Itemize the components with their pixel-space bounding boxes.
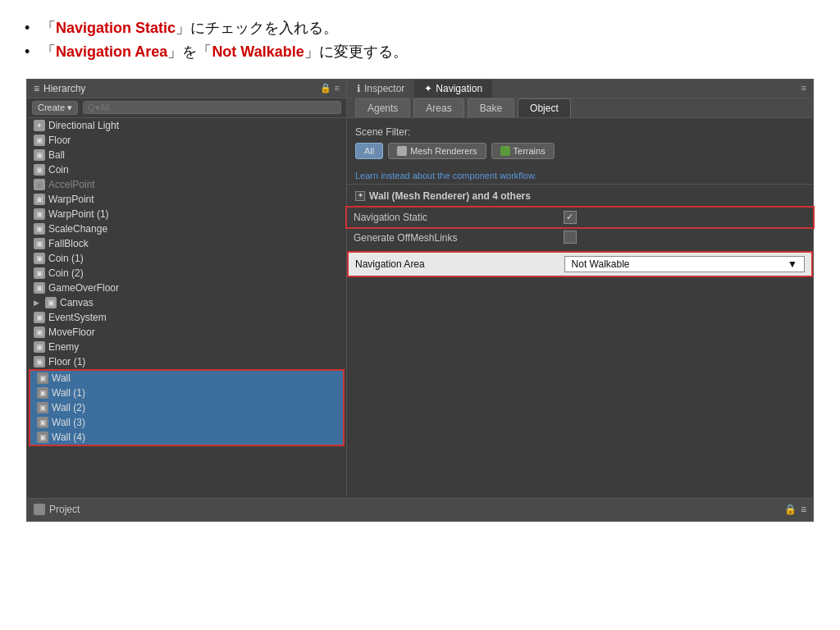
directional-light-label: Directional Light bbox=[48, 120, 119, 131]
right-panel-header: ℹ Inspector ✦ Navigation ≡ bbox=[347, 80, 813, 98]
create-bar: Create ▾ bbox=[27, 98, 346, 118]
mesh-filter-label: Mesh Renderers bbox=[410, 146, 477, 156]
nav-tab-bake[interactable]: Bake bbox=[468, 98, 514, 117]
nav-area-dropdown-arrow: ▼ bbox=[788, 258, 797, 270]
coin-label: Coin bbox=[48, 164, 69, 176]
info-icon: ℹ bbox=[357, 83, 361, 94]
inspector-tab[interactable]: ℹ Inspector bbox=[347, 80, 414, 98]
movefloor-label: MoveFloor bbox=[48, 326, 95, 338]
bottom-bar: Project 🔒 ≡ bbox=[27, 498, 813, 521]
navigation-tab-label: Navigation bbox=[436, 83, 482, 94]
nav-static-value[interactable]: ✓ bbox=[557, 208, 813, 227]
object-checkbox-icon: ✦ bbox=[355, 191, 365, 201]
generate-offmeshlinks-value[interactable] bbox=[557, 227, 813, 249]
bullet2-mid: 」を「 bbox=[167, 43, 212, 60]
right-panel: ℹ Inspector ✦ Navigation ≡ bbox=[347, 80, 813, 498]
filter-terrain-btn[interactable]: Terrains bbox=[491, 143, 555, 159]
hierarchy-title-container: ≡ Hierarchy bbox=[34, 83, 85, 94]
hierarchy-item-warppoint1[interactable]: ▣ WarpPoint (1) bbox=[27, 207, 346, 221]
generate-offmeshlinks-checkbox[interactable] bbox=[564, 231, 577, 244]
nav-tabs: Agents Areas Bake Object bbox=[347, 98, 813, 118]
project-label: Project bbox=[49, 504, 80, 515]
accelpoint-label: AccelPoint bbox=[48, 179, 95, 190]
properties-table: Navigation Static ✓ Generate OffMeshLink… bbox=[347, 208, 813, 249]
hierarchy-header: ≡ Hierarchy 🔒 ≡ bbox=[27, 80, 346, 98]
hierarchy-item-fallblock[interactable]: ▣ FallBlock bbox=[27, 236, 346, 251]
nav-icon: ✦ bbox=[424, 83, 432, 94]
warppoint1-label: WarpPoint (1) bbox=[48, 208, 109, 220]
hierarchy-item-wall3[interactable]: ▣ Wall (3) bbox=[30, 415, 343, 430]
hierarchy-item-coin2[interactable]: ▣ Coin (2) bbox=[27, 266, 346, 281]
bottom-bar-menu-icon: ≡ bbox=[801, 504, 806, 515]
nav-static-row: Navigation Static ✓ bbox=[347, 208, 813, 227]
hierarchy-item-directional-light[interactable]: ✦ Directional Light bbox=[27, 118, 346, 133]
hierarchy-search[interactable] bbox=[83, 101, 341, 114]
filter-buttons: All Mesh Renderers Terrains bbox=[355, 143, 805, 159]
hierarchy-panel: ≡ Hierarchy 🔒 ≡ Create ▾ ✦ Directional bbox=[27, 80, 347, 498]
hierarchy-item-wall1[interactable]: ▣ Wall (1) bbox=[30, 386, 343, 400]
object-section: ✦ Wall (Mesh Renderer) and 4 others bbox=[347, 184, 813, 208]
nav-static-label: Navigation Static bbox=[347, 208, 557, 227]
navigation-panel: Agents Areas Bake Object Scene Filter: A… bbox=[347, 98, 813, 498]
hierarchy-item-movefloor[interactable]: ▣ MoveFloor bbox=[27, 325, 346, 340]
object-title-text: Wall (Mesh Renderer) and 4 others bbox=[369, 190, 531, 202]
hierarchy-item-floor[interactable]: ▣ Floor bbox=[27, 133, 346, 148]
hierarchy-item-enemy[interactable]: ▣ Enemy bbox=[27, 340, 346, 354]
hierarchy-item-accelpoint[interactable]: ▣ AccelPoint bbox=[27, 177, 346, 192]
coin2-label: Coin (2) bbox=[48, 267, 84, 279]
bullet1-keyword: Navigation Static bbox=[56, 20, 176, 36]
eventsystem-label: EventSystem bbox=[48, 312, 107, 323]
filter-all-btn[interactable]: All bbox=[355, 143, 383, 159]
hierarchy-item-warppoint[interactable]: ▣ WarpPoint bbox=[27, 192, 346, 207]
hierarchy-item-wall4[interactable]: ▣ Wall (4) bbox=[30, 430, 343, 445]
terrain-filter-label: Terrains bbox=[514, 146, 546, 156]
nav-area-label: Navigation Area bbox=[355, 258, 558, 270]
wall-icon: ▣ bbox=[37, 372, 48, 384]
ball-label: Ball bbox=[48, 149, 65, 161]
warppoint-label: WarpPoint bbox=[48, 194, 94, 205]
hierarchy-item-canvas[interactable]: ▶ ▣ Canvas bbox=[27, 295, 346, 310]
lock-icon: 🔒 bbox=[320, 83, 331, 94]
hierarchy-item-gameoverfloor[interactable]: ▣ GameOverFloor bbox=[27, 281, 346, 295]
coin-icon: ▣ bbox=[34, 164, 45, 176]
hierarchy-item-wall[interactable]: ▣ Wall bbox=[30, 371, 343, 386]
hierarchy-title: Hierarchy bbox=[43, 83, 85, 94]
floor-label: Floor bbox=[48, 135, 71, 146]
hierarchy-item-wall2[interactable]: ▣ Wall (2) bbox=[30, 400, 343, 415]
wall3-icon: ▣ bbox=[37, 417, 48, 428]
learn-link[interactable]: Learn instead about the component workfl… bbox=[347, 167, 813, 184]
hierarchy-icon: ≡ bbox=[34, 83, 39, 94]
filter-mesh-btn[interactable]: Mesh Renderers bbox=[388, 143, 486, 159]
hierarchy-item-floor1[interactable]: ▣ Floor (1) bbox=[27, 354, 346, 369]
wall1-label: Wall (1) bbox=[52, 387, 85, 399]
warppoint-icon: ▣ bbox=[34, 194, 45, 205]
nav-tab-areas[interactable]: Areas bbox=[413, 98, 463, 117]
bullet-item-1: 「Navigation Static」にチェックを入れる。 bbox=[25, 16, 815, 40]
nav-area-value: Not Walkable bbox=[572, 258, 630, 270]
wall2-label: Wall (2) bbox=[52, 402, 85, 413]
gameoverfloor-icon: ▣ bbox=[34, 282, 45, 294]
nav-area-dropdown[interactable]: Not Walkable ▼ bbox=[564, 256, 805, 272]
mesh-renderer-icon bbox=[397, 146, 407, 156]
wall4-label: Wall (4) bbox=[52, 431, 85, 443]
bullet1-prefix: 「 bbox=[41, 20, 56, 36]
directional-light-icon: ✦ bbox=[34, 120, 45, 131]
hierarchy-header-icons: 🔒 ≡ bbox=[320, 83, 340, 94]
hierarchy-item-scalechange[interactable]: ▣ ScaleChange bbox=[27, 221, 346, 236]
hierarchy-item-coin[interactable]: ▣ Coin bbox=[27, 162, 346, 177]
hierarchy-list[interactable]: ✦ Directional Light ▣ Floor ▣ Ball ▣ Coi… bbox=[27, 118, 346, 498]
hierarchy-item-ball[interactable]: ▣ Ball bbox=[27, 148, 346, 162]
nav-tab-agents[interactable]: Agents bbox=[355, 98, 410, 117]
hierarchy-item-coin1[interactable]: ▣ Coin (1) bbox=[27, 251, 346, 266]
nav-tab-object[interactable]: Object bbox=[518, 98, 571, 117]
gameoverfloor-label: GameOverFloor bbox=[48, 282, 119, 294]
all-filter-label: All bbox=[364, 146, 374, 156]
right-panel-icons: ≡ bbox=[795, 80, 813, 98]
navigation-tab[interactable]: ✦ Navigation bbox=[414, 80, 492, 98]
coin1-label: Coin (1) bbox=[48, 253, 84, 264]
menu-icon: ≡ bbox=[335, 83, 340, 94]
hierarchy-item-eventsystem[interactable]: ▣ EventSystem bbox=[27, 310, 346, 325]
floor-icon: ▣ bbox=[34, 135, 45, 146]
nav-static-checkbox[interactable]: ✓ bbox=[564, 211, 577, 224]
create-button[interactable]: Create ▾ bbox=[32, 101, 78, 115]
